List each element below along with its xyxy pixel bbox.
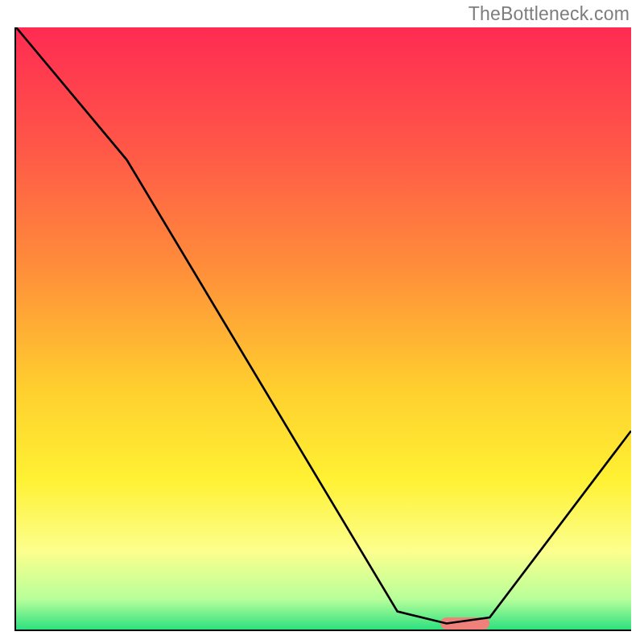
chart-curve-layer: [16, 27, 631, 630]
watermark-text: TheBottleneck.com: [469, 3, 630, 25]
bottleneck-curve-line: [16, 27, 631, 624]
chart-plot-area: [14, 27, 631, 631]
